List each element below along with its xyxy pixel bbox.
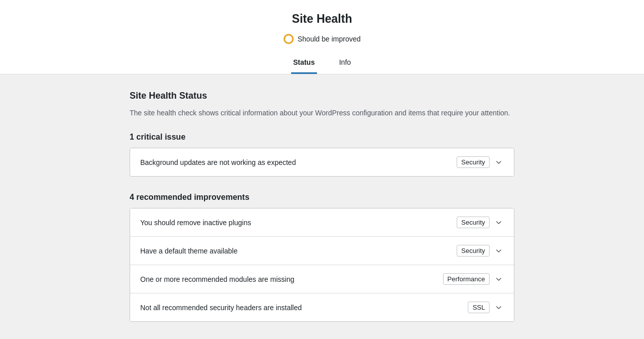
- critical-issues-heading: 1 critical issue: [130, 133, 514, 142]
- main-content: Site Health Status The site health check…: [119, 74, 525, 339]
- issue-label: One or more recommended modules are miss…: [140, 275, 294, 283]
- chevron-down-icon[interactable]: [494, 274, 504, 284]
- status-indicator: Should be improved: [284, 34, 361, 44]
- recommended-issues-list: You should remove inactive plugins Secur…: [130, 208, 514, 322]
- chevron-down-icon[interactable]: [494, 303, 504, 313]
- status-text: Should be improved: [298, 35, 361, 43]
- issue-label: Not all recommended security headers are…: [140, 304, 302, 312]
- tab-info[interactable]: Info: [337, 54, 353, 74]
- status-circle-icon: [284, 34, 294, 44]
- issue-tag: Security: [457, 245, 490, 257]
- issue-tag: Security: [457, 156, 490, 168]
- chevron-down-icon[interactable]: [494, 157, 504, 167]
- tabs-nav: Status Info: [0, 54, 644, 74]
- issue-label: Have a default theme available: [140, 247, 237, 255]
- critical-issues-list: Background updates are not working as ex…: [130, 148, 514, 177]
- issue-meta: Security: [457, 156, 504, 168]
- issue-label: Background updates are not working as ex…: [140, 158, 296, 166]
- table-row: Background updates are not working as ex…: [130, 148, 514, 176]
- section-title: Site Health Status: [130, 91, 514, 101]
- page-title: Site Health: [0, 12, 644, 26]
- table-row: You should remove inactive plugins Secur…: [130, 208, 514, 237]
- section-description: The site health check shows critical inf…: [130, 107, 514, 118]
- issue-tag: Performance: [443, 273, 490, 285]
- issue-meta: Security: [457, 245, 504, 257]
- issue-meta: Performance: [443, 273, 504, 285]
- chevron-down-icon[interactable]: [494, 218, 504, 228]
- recommended-improvements-heading: 4 recommended improvements: [130, 193, 514, 202]
- issue-meta: SSL: [468, 302, 504, 313]
- table-row: Not all recommended security headers are…: [130, 293, 514, 321]
- table-row: One or more recommended modules are miss…: [130, 265, 514, 293]
- issue-label: You should remove inactive plugins: [140, 219, 251, 227]
- table-row: Have a default theme available Security: [130, 237, 514, 265]
- page-header: Site Health Should be improved Status In…: [0, 0, 644, 74]
- chevron-down-icon[interactable]: [494, 246, 504, 256]
- issue-tag: Security: [457, 217, 490, 228]
- issue-tag: SSL: [468, 302, 490, 313]
- issue-meta: Security: [457, 217, 504, 228]
- tab-status[interactable]: Status: [291, 54, 317, 74]
